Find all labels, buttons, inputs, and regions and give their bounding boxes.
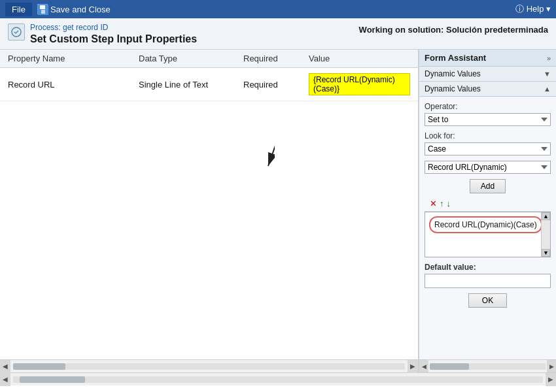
page-scroll-right[interactable]: ▶ (546, 373, 556, 386)
main-area: Property Name Data Type Required Value R… (0, 50, 556, 372)
right-scroll-thumb (430, 363, 469, 370)
page-bottom-scroll: ◀ ▶ (0, 372, 556, 385)
record-url-group: Record URL(Dynamic) (425, 161, 551, 174)
delete-icon[interactable]: ✕ (430, 199, 437, 208)
col-header-property: Property Name (0, 52, 131, 65)
panel-section1-label: Dynamic Values (425, 69, 481, 78)
panel-body: Operator: Set to Look for: Case Record U… (419, 97, 556, 359)
operator-group: Operator: Set to (425, 102, 551, 126)
operator-select[interactable]: Set to (425, 113, 551, 126)
right-panel: Form Assistant » Dynamic Values ▼ Dynami… (419, 50, 556, 372)
table-content: Record URL Single Line of Text Required … (0, 68, 418, 214)
right-scroll-right[interactable]: ▶ (547, 360, 556, 373)
cell-required: Required (235, 78, 301, 91)
default-value-input[interactable] (425, 274, 551, 288)
help-button[interactable]: ⓘ Help ▾ (515, 3, 551, 15)
process-bar: Process: get record ID Set Custom Step I… (0, 18, 556, 50)
cell-data-type: Single Line of Text (131, 78, 235, 91)
value-badge[interactable]: {Record URL(Dynamic)(Case)} (309, 73, 410, 95)
mini-toolbar: ✕ ↑ ↓ (425, 196, 551, 212)
table-area: Property Name Data Type Required Value R… (0, 50, 419, 372)
add-button[interactable]: Add (470, 179, 506, 193)
panel-title: Form Assistant (425, 53, 486, 63)
look-for-label: Look for: (425, 131, 551, 140)
panel-section1[interactable]: Dynamic Values ▼ (419, 67, 556, 82)
list-item[interactable]: Record URL(Dynamic)(Case) (429, 216, 542, 233)
panel-expand-icon[interactable]: » (547, 54, 551, 62)
look-for-select[interactable]: Case (425, 142, 551, 155)
process-icon (8, 24, 25, 41)
right-scroll-left[interactable]: ◀ (419, 360, 428, 373)
page-scroll-track[interactable] (13, 376, 543, 383)
help-label: Help (527, 4, 544, 14)
column-headers: Property Name Data Type Required Value (0, 50, 418, 68)
scroll-thumb (13, 363, 65, 370)
col-header-required: Required (235, 52, 301, 65)
scroll-right-arrow[interactable]: ▶ (408, 360, 418, 373)
page-scroll-left[interactable]: ◀ (0, 373, 10, 386)
record-url-select[interactable]: Record URL(Dynamic) (425, 161, 551, 174)
default-value-group: Default value: (425, 263, 551, 288)
item-list-area: Record URL(Dynamic)(Case) ▲ ▼ (425, 212, 551, 257)
cell-value: {Record URL(Dynamic)(Case)} (301, 72, 418, 97)
toolbar: File Save and Close ⓘ Help ▾ (0, 0, 556, 18)
table-spacer (0, 214, 418, 359)
process-info: Process: get record ID Set Custom Step I… (30, 22, 197, 45)
panel-section2-label: Dynamic Values (425, 84, 481, 93)
panel-section2[interactable]: Dynamic Values ▲ (419, 82, 556, 97)
scroll-left-arrow[interactable]: ◀ (0, 360, 10, 373)
page-scroll-thumb (20, 376, 85, 383)
panel-section1-chevron: ▼ (544, 70, 551, 78)
item-scroll-up[interactable]: ▲ (542, 212, 550, 220)
table-bottom-scroll: ◀ ▶ (0, 359, 418, 372)
right-panel-scroll: ◀ ▶ (419, 359, 556, 372)
help-chevron-icon: ▾ (546, 4, 551, 14)
look-for-group: Look for: Case (425, 131, 551, 155)
right-scroll-track[interactable] (430, 363, 546, 370)
help-icon: ⓘ (515, 4, 524, 14)
scroll-track[interactable] (13, 363, 405, 370)
operator-label: Operator: (425, 102, 551, 111)
page-title: Set Custom Step Input Properties (30, 33, 197, 45)
process-link[interactable]: Process: get record ID (30, 23, 108, 32)
solution-info: Working on solution: Solución predetermi… (359, 22, 548, 35)
svg-rect-1 (40, 5, 45, 9)
save-close-label: Save and Close (50, 5, 111, 14)
item-list-scrollbar: ▲ ▼ (541, 212, 550, 257)
file-button[interactable]: File (5, 3, 32, 16)
svg-rect-2 (41, 10, 45, 14)
panel-header: Form Assistant » (419, 50, 556, 67)
col-header-datatype: Data Type (131, 52, 235, 65)
col-header-value: Value (301, 52, 418, 65)
item-scroll-middle (542, 220, 550, 249)
disk-icon (37, 4, 48, 14)
move-down-icon[interactable]: ↓ (447, 199, 451, 208)
cell-property-name: Record URL (0, 78, 131, 91)
default-value-label: Default value: (425, 263, 551, 272)
table-row: Record URL Single Line of Text Required … (0, 68, 418, 101)
item-scroll-down[interactable]: ▼ (542, 249, 550, 257)
move-up-icon[interactable]: ↑ (440, 199, 444, 208)
panel-section2-chevron: ▲ (544, 85, 551, 93)
save-close-button[interactable]: Save and Close (37, 4, 111, 14)
ok-button[interactable]: OK (468, 293, 507, 308)
